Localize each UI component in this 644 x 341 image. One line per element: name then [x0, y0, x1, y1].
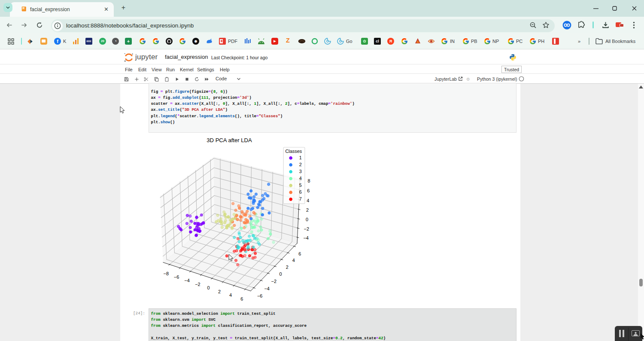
svg-text:7: 7 [299, 196, 301, 201]
svg-text:✸: ✸ [194, 39, 197, 44]
svg-text:6: 6 [298, 251, 301, 256]
svg-text:4: 4 [229, 292, 232, 298]
svg-text:4: 4 [292, 258, 295, 263]
svg-text:1: 1 [299, 155, 301, 160]
svg-text:6: 6 [240, 296, 243, 301]
svg-text:3: 3 [299, 169, 301, 174]
svg-text:2: 2 [218, 289, 221, 294]
svg-text:6: 6 [307, 188, 310, 193]
svg-text:3D PCA after LDA: 3D PCA after LDA [207, 137, 252, 143]
svg-text:−6: −6 [257, 293, 262, 298]
svg-text:−2: −2 [304, 226, 309, 231]
svg-text:−2: −2 [271, 279, 276, 284]
svg-text:2: 2 [286, 265, 288, 270]
svg-text:0: 0 [207, 285, 210, 290]
svg-text:5: 5 [299, 183, 301, 188]
svg-text:4: 4 [307, 198, 309, 203]
svg-text:−4: −4 [303, 235, 308, 241]
svg-text:−8: −8 [163, 271, 168, 276]
svg-text:4: 4 [299, 176, 301, 181]
svg-text:−4: −4 [184, 278, 189, 283]
svg-text:2: 2 [299, 162, 301, 167]
svg-text:−2: −2 [195, 282, 200, 287]
svg-text:Classes: Classes [285, 149, 302, 154]
svg-text:6: 6 [299, 189, 301, 195]
svg-text:2: 2 [306, 207, 309, 213]
svg-text:−4: −4 [264, 286, 269, 291]
svg-text:0: 0 [279, 271, 282, 277]
svg-text:0: 0 [305, 217, 308, 222]
svg-text:−6: −6 [173, 274, 179, 280]
svg-text:8: 8 [307, 178, 310, 183]
